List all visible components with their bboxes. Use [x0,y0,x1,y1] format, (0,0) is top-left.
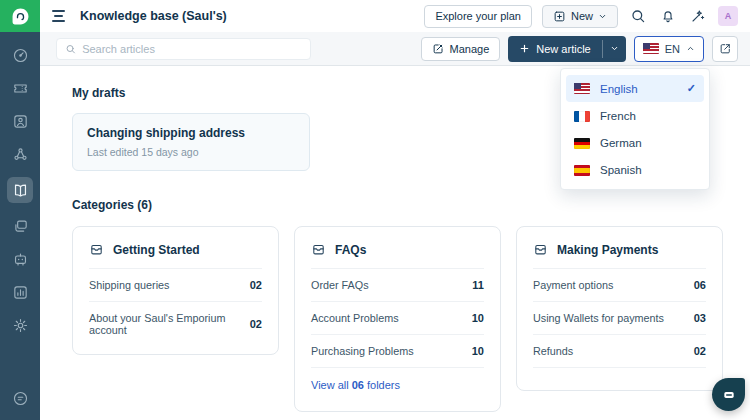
language-option-french[interactable]: French [566,103,704,129]
new-article-button[interactable]: New article [508,36,601,62]
category-header: Getting Started [89,227,262,269]
plus-square-icon [553,10,566,23]
page-title: Knowledge base (Saul's) [80,9,227,23]
chevron-up-icon [686,44,695,53]
freshdesk-logo[interactable] [0,0,40,32]
sidebar-item-conversations[interactable] [7,216,33,236]
manage-button[interactable]: Manage [421,37,501,61]
new-menu-button[interactable]: New [542,5,618,28]
top-bar-actions: Explore your plan New [424,5,738,28]
folder-article-count: 03 [694,312,706,324]
kb-toolbar: Manage New article [40,32,750,66]
view-all-suffix: folders [367,379,400,391]
language-option-english[interactable]: English ✓ [566,75,704,102]
bell-icon [660,8,676,24]
external-link-icon [719,42,732,55]
contacts-icon [12,113,29,130]
folder-row[interactable]: Refunds 02 [533,335,706,368]
sidebar-item-bots[interactable] [7,249,33,269]
chat-bubble-icon [721,387,737,403]
new-article-split-button: New article [508,36,625,62]
folder-name: Purchasing Problems [311,345,414,357]
folder-row[interactable]: About your Saul's Emporium account 02 [89,302,262,346]
settings-gear-icon [12,317,29,334]
edit-icon [432,42,445,55]
category-title: FAQs [335,243,366,257]
sidebar-item-settings[interactable] [7,315,33,335]
category-card-faqs[interactable]: FAQs Order FAQs 11 Account Problems 10 P… [294,226,501,412]
language-label: German [600,137,642,149]
check-icon: ✓ [687,82,696,95]
chat-launcher-button[interactable] [712,378,745,411]
folder-row[interactable]: Payment options 06 [533,269,706,302]
avatar[interactable]: A [718,6,738,26]
whats-new-button[interactable] [688,6,708,26]
language-label: French [600,110,636,122]
category-folder-icon [311,242,326,257]
us-flag-icon [643,43,659,54]
manage-label: Manage [450,43,490,55]
draft-card[interactable]: Changing shipping address Last edited 15… [72,113,310,171]
explore-plan-button[interactable]: Explore your plan [424,5,532,28]
folder-name: Account Problems [311,312,399,324]
chevron-down-icon [610,44,619,53]
whats-new-icon [690,8,706,24]
new-article-label: New article [536,43,590,55]
folder-row[interactable]: Order FAQs 11 [311,269,484,302]
view-all-prefix: View all [311,379,349,391]
sidebar-item-help-widget[interactable] [7,388,33,408]
category-title: Getting Started [113,243,200,257]
category-cards: Getting Started Shipping queries 02 Abou… [72,226,723,412]
folder-row[interactable]: Using Wallets for payments 03 [533,302,706,335]
sidebar-item-tickets[interactable] [7,78,33,98]
folder-article-count: 10 [472,345,484,357]
help-widget-icon [12,390,29,407]
sidebar-item-social[interactable] [7,144,33,164]
language-selector-button[interactable]: EN [634,36,704,62]
category-header: Making Payments [533,227,706,269]
knowledge-base-icon [12,182,29,199]
global-search-button[interactable] [628,6,648,26]
sidebar [0,32,40,420]
folder-article-count: 11 [472,279,484,291]
app-window: Knowledge base (Saul's) Explore your pla… [0,0,750,420]
language-option-spanish[interactable]: Spanish [566,157,704,183]
language-label: English [600,83,638,95]
folder-row[interactable]: Purchasing Problems 10 [311,335,484,368]
sidebar-item-knowledge-base[interactable] [7,177,33,203]
folder-name: Shipping queries [89,279,169,291]
folder-row[interactable]: Shipping queries 02 [89,269,262,302]
search-icon [630,8,646,24]
category-card-making-payments[interactable]: Making Payments Payment options 06 Using… [516,226,723,391]
folder-article-count: 10 [472,312,484,324]
tickets-icon [12,80,29,97]
top-bar: Knowledge base (Saul's) Explore your pla… [0,0,750,32]
sidebar-item-analytics[interactable] [7,282,33,302]
article-search[interactable] [56,38,311,60]
chevron-down-icon [598,12,607,21]
category-card-getting-started[interactable]: Getting Started Shipping queries 02 Abou… [72,226,279,355]
france-flag-icon [574,111,590,122]
category-folder-icon [533,242,548,257]
us-flag-icon [574,83,590,94]
notifications-button[interactable] [658,6,678,26]
new-article-dropdown-toggle[interactable] [603,36,626,62]
new-menu-label: New [571,10,593,22]
folder-article-count: 02 [250,279,262,291]
search-articles-input[interactable] [82,43,302,55]
language-dropdown-menu: English ✓ French German Spanish [560,68,710,190]
view-all-folders-link[interactable]: View all06folders [311,368,484,403]
folder-row[interactable]: Account Problems 10 [311,302,484,335]
draft-title: Changing shipping address [87,126,295,140]
category-header: FAQs [311,227,484,269]
open-portal-button[interactable] [712,36,738,62]
folder-name: About your Saul's Emporium account [89,312,242,336]
conversations-icon [12,218,29,235]
freshdesk-logo-icon [11,7,30,26]
folder-name: Order FAQs [311,279,369,291]
language-option-german[interactable]: German [566,130,704,156]
hamburger-menu-icon[interactable] [50,10,66,21]
sidebar-item-contacts[interactable] [7,111,33,131]
search-icon [65,43,76,55]
sidebar-item-dashboard[interactable] [7,45,33,65]
